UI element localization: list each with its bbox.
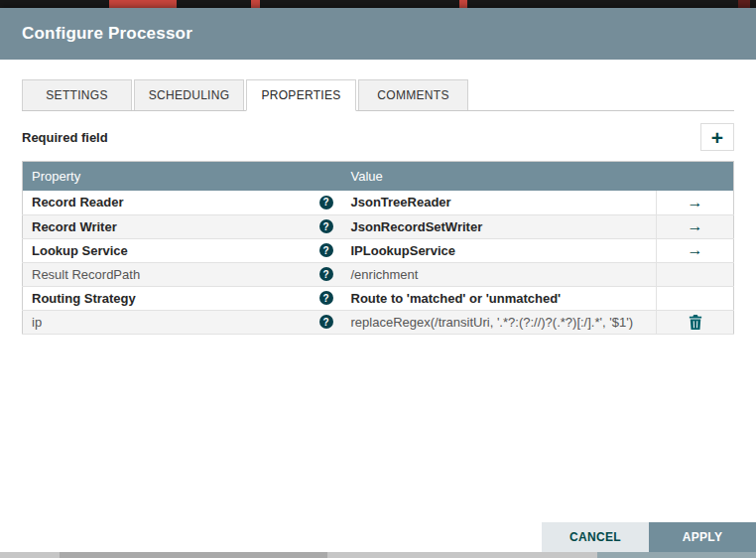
cancel-button[interactable]: CANCEL xyxy=(542,522,649,552)
delete-property-icon[interactable] xyxy=(689,315,702,330)
help-icon[interactable]: ? xyxy=(319,267,333,281)
tab-scheduling[interactable]: SCHEDULING xyxy=(134,79,244,110)
add-property-button[interactable]: + xyxy=(700,123,734,151)
background-toolbar-fragment xyxy=(109,0,177,8)
tab-properties[interactable]: PROPERTIES xyxy=(246,79,356,111)
property-value[interactable]: IPLookupService xyxy=(342,238,657,262)
plus-icon: + xyxy=(711,127,723,148)
dialog-content: SETTINGSSCHEDULINGPROPERTIESCOMMENTS Req… xyxy=(0,60,756,552)
property-value[interactable]: JsonRecordSetWriter xyxy=(342,214,657,238)
property-value[interactable]: replaceRegex(/transitUri, '.*?:(?://)?(.… xyxy=(342,310,657,334)
property-value[interactable]: Route to 'matched' or 'unmatched' xyxy=(342,286,657,310)
apply-button[interactable]: APPLY xyxy=(649,522,756,552)
help-icon[interactable]: ? xyxy=(319,315,333,329)
dialog-header: Configure Processor xyxy=(0,8,756,60)
property-name: Routing Strategy xyxy=(32,291,136,306)
required-field-label: Required field xyxy=(22,130,108,145)
property-value[interactable]: JsonTreeReader xyxy=(342,191,657,214)
column-header-property: Property xyxy=(23,162,342,192)
property-action-cell xyxy=(657,262,734,286)
background-toolbar-fragment xyxy=(459,0,467,8)
property-name: Result RecordPath xyxy=(32,267,140,282)
subheader: Required field + xyxy=(22,123,734,151)
dialog-footer: CANCEL APPLY xyxy=(22,522,756,552)
property-name: Record Writer xyxy=(32,219,117,234)
property-row[interactable]: Lookup Service?IPLookupService→ xyxy=(23,238,734,262)
table-header-row: Property Value xyxy=(23,162,734,192)
property-name: Lookup Service xyxy=(32,243,128,258)
property-row[interactable]: Routing Strategy?Route to 'matched' or '… xyxy=(23,286,734,310)
background-toolbar-fragment xyxy=(251,0,260,8)
property-action-cell xyxy=(657,310,734,334)
background-canvas-bottom xyxy=(0,552,756,558)
go-to-service-icon[interactable]: → xyxy=(688,194,703,210)
property-row[interactable]: ip?replaceRegex(/transitUri, '.*?:(?://)… xyxy=(23,310,734,334)
column-header-value: Value xyxy=(342,162,734,192)
help-icon[interactable]: ? xyxy=(319,243,333,257)
properties-table-body: Record Reader?JsonTreeReader→Record Writ… xyxy=(23,191,734,334)
property-action-cell xyxy=(657,286,734,310)
help-icon[interactable]: ? xyxy=(319,219,333,233)
configure-processor-dialog: Configure Processor SETTINGSSCHEDULINGPR… xyxy=(0,8,756,552)
property-row[interactable]: Record Reader?JsonTreeReader→ xyxy=(23,191,734,214)
go-to-service-icon[interactable]: → xyxy=(688,241,703,258)
dialog-title: Configure Processor xyxy=(22,24,192,44)
property-value[interactable]: /enrichment xyxy=(342,262,657,286)
help-icon[interactable]: ? xyxy=(319,291,333,305)
tab-comments[interactable]: COMMENTS xyxy=(358,79,468,110)
property-action-cell: → xyxy=(657,191,734,214)
help-icon[interactable]: ? xyxy=(319,196,333,209)
tab-bar: SETTINGSSCHEDULINGPROPERTIESCOMMENTS xyxy=(22,79,734,111)
property-row[interactable]: Record Writer?JsonRecordSetWriter→ xyxy=(23,214,734,238)
property-name: Record Reader xyxy=(32,195,123,209)
property-action-cell: → xyxy=(657,238,734,262)
properties-table: Property Value Record Reader?JsonTreeRea… xyxy=(22,161,734,335)
background-toolbar-fragment xyxy=(738,0,750,8)
property-action-cell: → xyxy=(657,214,734,238)
background-fragment xyxy=(597,552,756,558)
property-row[interactable]: Result RecordPath?/enrichment xyxy=(23,262,734,286)
property-name: ip xyxy=(32,315,42,330)
background-canvas-top xyxy=(0,0,756,8)
go-to-service-icon[interactable]: → xyxy=(688,217,703,234)
background-fragment xyxy=(60,552,327,558)
tab-settings[interactable]: SETTINGS xyxy=(22,79,132,110)
